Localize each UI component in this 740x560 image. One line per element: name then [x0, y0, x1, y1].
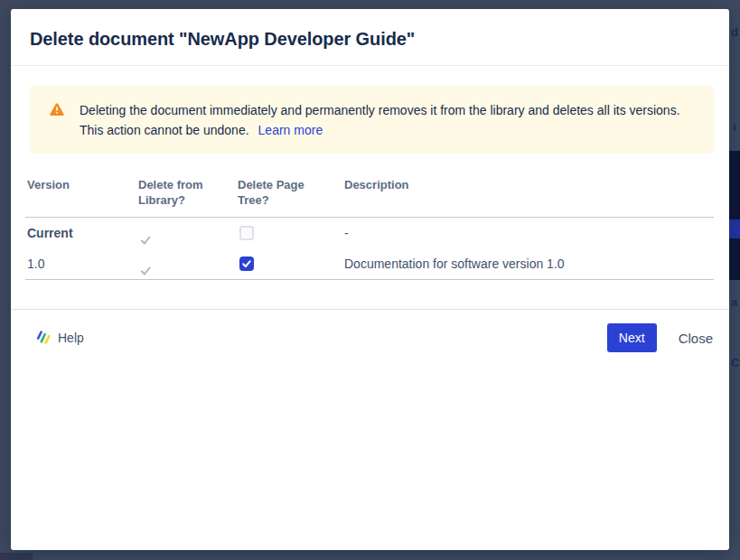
warning-banner: Deleting the document immediately and pe… [30, 86, 714, 154]
table-row-current: Current - [25, 218, 714, 248]
table-row-version-1-0: 1.0 Documentation for software version 1… [25, 248, 714, 280]
dialog-title: Delete document "NewApp Developer Guide" [30, 29, 415, 50]
warning-message: Deleting the document immediately and pe… [80, 100, 687, 140]
close-button[interactable]: Close [679, 331, 713, 346]
background-text-fragment: d [731, 26, 738, 38]
warning-triangle-icon [50, 102, 64, 117]
delete-document-dialog: Delete document "NewApp Developer Guide"… [11, 9, 729, 550]
delete-page-tree-checkbox[interactable] [239, 257, 254, 271]
delete-from-library-checkbox-disabled [138, 233, 229, 247]
dialog-footer: Help Next Close [11, 309, 729, 366]
version-label: Current [27, 226, 138, 240]
warning-message-text: Deleting the document immediately and pe… [80, 103, 680, 137]
column-header-delete-page-tree: Delete Page Tree? [238, 177, 344, 208]
background-text-fragment: a [731, 296, 737, 308]
background-text-fragment: C [731, 357, 739, 369]
column-header-version: Version [27, 177, 138, 208]
help-link[interactable]: Help [36, 331, 84, 345]
background-page-button-fragment [728, 219, 740, 238]
versions-table-header: Version Delete from Library? Delete Page… [25, 177, 714, 218]
background-text-fragment: i [733, 121, 736, 133]
dialog-header: Delete document "NewApp Developer Guide" [11, 9, 729, 66]
learn-more-link[interactable]: Learn more [258, 123, 323, 137]
app-logo-icon [36, 331, 52, 345]
column-header-description: Description [344, 177, 714, 208]
version-description: - [344, 226, 714, 240]
delete-from-library-checkbox-disabled [138, 264, 229, 278]
delete-page-tree-checkbox[interactable] [239, 226, 254, 240]
version-label: 1.0 [27, 257, 138, 271]
version-description: Documentation for software version 1.0 [344, 257, 714, 271]
column-header-delete-from-library: Delete from Library? [138, 177, 238, 208]
next-button[interactable]: Next [607, 323, 657, 352]
versions-table: Version Delete from Library? Delete Page… [25, 177, 714, 280]
help-label: Help [58, 331, 84, 345]
background-page-bottom-fragment [0, 553, 33, 560]
